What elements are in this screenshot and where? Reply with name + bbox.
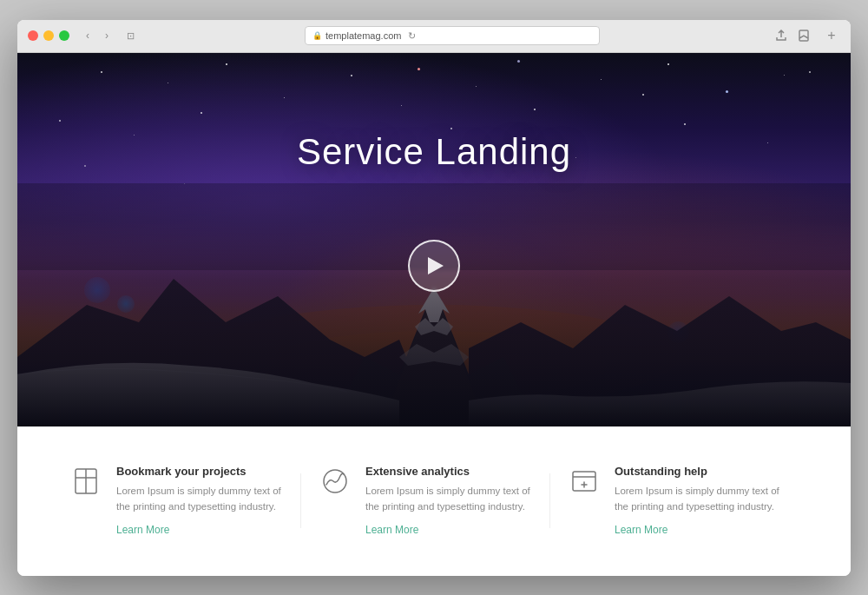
- features-section: Bookmark your projects Lorem Ipsum is si…: [17, 426, 851, 576]
- new-tab-button[interactable]: +: [823, 27, 840, 44]
- feature-item-bookmark: Bookmark your projects Lorem Ipsum is si…: [69, 465, 300, 538]
- features-grid: Bookmark your projects Lorem Ipsum is si…: [69, 465, 799, 538]
- mountain-silhouette: [17, 183, 851, 426]
- help-icon: [568, 465, 601, 498]
- browser-actions: [773, 27, 812, 44]
- play-button[interactable]: [408, 240, 460, 292]
- traffic-lights: [28, 30, 69, 41]
- feature-item-analytics: Extensive analytics Lorem Ipsum is simpl…: [301, 465, 549, 538]
- feature-desc-help: Lorem Ipsum is simply dummy text of the …: [615, 483, 781, 515]
- tab-button[interactable]: ⊡: [122, 27, 139, 44]
- feature-desc-analytics: Lorem Ipsum is simply dummy text of the …: [365, 483, 532, 515]
- address-bar-wrap: 🔒 templatemag.com ↻: [146, 26, 759, 45]
- feature-title-bookmark: Bookmark your projects: [116, 465, 283, 478]
- play-icon: [428, 257, 444, 274]
- learn-more-help[interactable]: Learn More: [615, 524, 667, 536]
- forward-button[interactable]: ›: [99, 28, 115, 43]
- minimize-button[interactable]: [43, 30, 54, 41]
- feature-title-analytics: Extensive analytics: [365, 465, 532, 478]
- learn-more-bookmark[interactable]: Learn More: [116, 524, 169, 536]
- learn-more-analytics[interactable]: Learn More: [365, 524, 418, 536]
- lock-icon: 🔒: [312, 31, 322, 40]
- url-text: templatemag.com: [326, 30, 401, 41]
- feature-desc-bookmark: Lorem Ipsum is simply dummy text of the …: [116, 483, 283, 515]
- feature-content-analytics: Extensive analytics Lorem Ipsum is simpl…: [365, 465, 532, 538]
- feature-item-help: Outstanding help Lorem Ipsum is simply d…: [550, 465, 799, 538]
- svg-rect-11: [17, 183, 851, 426]
- analytics-icon: [319, 465, 352, 498]
- feature-title-help: Outstanding help: [615, 465, 781, 478]
- feature-content-bookmark: Bookmark your projects Lorem Ipsum is si…: [116, 465, 283, 538]
- close-button[interactable]: [28, 30, 38, 41]
- hero-title: Service Landing: [17, 131, 851, 173]
- hero-section: Service Landing: [17, 53, 851, 426]
- share-button[interactable]: [773, 27, 790, 44]
- bookmark-toolbar-button[interactable]: [795, 27, 812, 44]
- nav-buttons: ‹ ›: [80, 28, 115, 43]
- maximize-button[interactable]: [59, 30, 69, 41]
- back-button[interactable]: ‹: [80, 28, 95, 43]
- address-bar[interactable]: 🔒 templatemag.com ↻: [305, 26, 600, 45]
- browser-chrome: ‹ › ⊡ 🔒 templatemag.com ↻: [17, 20, 851, 53]
- feature-content-help: Outstanding help Lorem Ipsum is simply d…: [615, 465, 781, 538]
- bookmark-icon: [69, 465, 102, 498]
- browser-window: ‹ › ⊡ 🔒 templatemag.com ↻: [17, 20, 851, 576]
- page-content: Service Landing: [17, 53, 851, 576]
- reload-button[interactable]: ↻: [408, 30, 416, 42]
